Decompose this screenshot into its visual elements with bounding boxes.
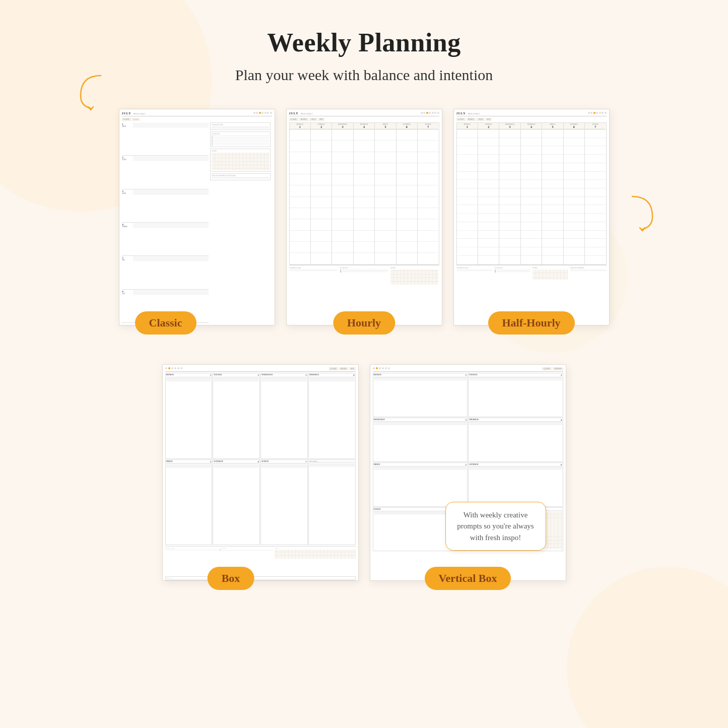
planners-container: JULY Week of July 1 (0, 109, 728, 593)
hourly-planner-card[interactable]: JULY Week of July 1 (286, 109, 442, 325)
classic-planner-card[interactable]: JULY Week of July 1 (119, 109, 275, 325)
classic-week: Week of July 1 (134, 112, 146, 115)
box-card-wrapper: CLASSIC HOURLY BOX MONDAY1 (162, 364, 359, 581)
box-label: Box (208, 567, 254, 590)
page-subtitle: Plan your week with balance and intentio… (235, 67, 493, 84)
top-row: JULY Week of July 1 (119, 109, 610, 338)
vertical-box-label: Vertical Box (425, 567, 511, 590)
classic-month: JULY (122, 112, 131, 115)
bottom-row: CLASSIC HOURLY BOX MONDAY1 (162, 364, 566, 593)
half-hourly-planner-card[interactable]: JULY Week of July 1 (453, 109, 610, 325)
half-hourly-label: Half-Hourly (488, 311, 574, 335)
box-planner-card[interactable]: CLASSIC HOURLY BOX MONDAY1 (162, 364, 359, 581)
hourly-card-wrapper: JULY Week of July 1 (286, 109, 442, 325)
page-wrapper: Weekly Planning Plan your week with bala… (0, 0, 728, 593)
half-hourly-card-wrapper: JULY Week of July 1 (453, 109, 610, 325)
classic-label: Classic (135, 311, 196, 335)
page-title: Weekly Planning (267, 28, 461, 57)
hourly-label: Hourly (333, 311, 395, 335)
vertical-box-card-wrapper: CLASSIC VERT BOX MONDAY1 (370, 364, 566, 581)
classic-card-wrapper: JULY Week of July 1 (119, 109, 275, 325)
note-badge: With weekly creative prompts so you're a… (445, 502, 546, 551)
